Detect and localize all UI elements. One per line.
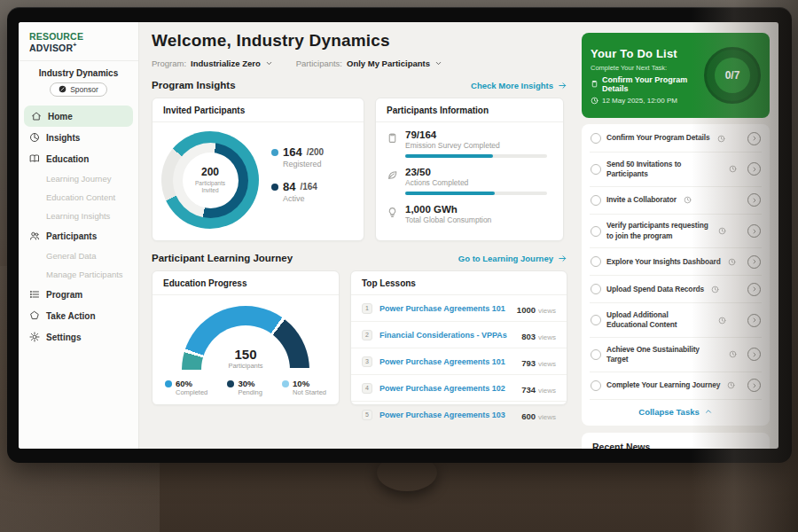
lesson-link[interactable]: Power Purchase Agreements 101	[379, 304, 510, 313]
users-icon	[29, 231, 40, 241]
todo-due-date: 12 May 2025, 12:00 PM	[602, 97, 677, 105]
task-row-send-invitations[interactable]: Send 50 Invitations to Participants	[590, 153, 762, 187]
task-go-button[interactable]	[747, 162, 761, 176]
sidebar-item-take-action[interactable]: Take Action	[19, 305, 138, 326]
clock-icon	[718, 227, 726, 235]
task-row-upload-educational-content[interactable]: Upload Additional Educational Content	[590, 303, 762, 338]
lesson-link[interactable]: Financial Considerations - VPPAs	[379, 331, 514, 340]
chevron-down-icon	[265, 59, 273, 67]
education-gauge-chart: 150 Participants	[182, 306, 309, 370]
clock-icon	[711, 286, 719, 293]
lesson-link[interactable]: Power Purchase Agreements 102	[379, 384, 514, 393]
sidebar-item-home[interactable]: Home	[24, 106, 133, 127]
sidebar-nav: Home Insights Education Learning Journey…	[19, 106, 138, 348]
task-checkbox[interactable]	[591, 349, 601, 360]
lesson-views: 803	[521, 332, 536, 341]
recent-news-title: Recent News	[592, 442, 759, 449]
lesson-rank: 2	[362, 330, 372, 340]
gear-icon	[29, 332, 40, 342]
card-title: Invited Participants	[153, 98, 364, 122]
learning-cards-row: Education Progress 150 Participants 60% …	[152, 270, 567, 405]
task-row-complete-learning-journey[interactable]: Complete Your Learning Journey	[590, 372, 762, 400]
sidebar-item-general-data[interactable]: General Data	[19, 246, 138, 265]
top-lessons-card: Top Lessons 1 Power Purchase Agreements …	[350, 270, 567, 405]
lesson-rank: 4	[362, 383, 372, 394]
org-name: Industry Dynamics	[22, 68, 135, 78]
check-more-insights-link[interactable]: Check More Insights	[471, 81, 567, 90]
actions-value: 23/50	[405, 167, 547, 177]
task-go-button[interactable]	[747, 193, 761, 207]
participants-filter-label: Participants:	[296, 59, 342, 68]
collapse-tasks-link[interactable]: Collapse Tasks	[590, 400, 762, 425]
task-go-button[interactable]	[747, 314, 761, 327]
filters-row: Program: Industrialize Zero Participants…	[152, 59, 567, 68]
lesson-views-label: views	[538, 307, 556, 315]
program-filter[interactable]: Program: Industrialize Zero	[152, 59, 273, 68]
lesson-link[interactable]: Power Purchase Agreements 103	[379, 411, 514, 419]
sidebar-item-education-content[interactable]: Education Content	[19, 188, 138, 207]
task-row-confirm-program[interactable]: Confirm Your Program Details	[590, 125, 762, 153]
sidebar-item-manage-participants[interactable]: Manage Participants	[19, 265, 138, 284]
arrow-right-icon	[558, 81, 567, 90]
sidebar-item-participants[interactable]: Participants	[19, 225, 138, 246]
lesson-row: 2 Financial Considerations - VPPAs 803vi…	[351, 322, 567, 348]
card-title: Top Lessons	[351, 271, 567, 295]
sidebar-item-insights[interactable]: Insights	[19, 127, 138, 148]
active-num: 84	[283, 180, 295, 193]
todo-subtitle: Complete Your Next Task:	[591, 64, 704, 72]
task-go-button[interactable]	[747, 224, 761, 238]
education-legend: 60% Completed 30% Pending 10% Not Starte…	[153, 370, 339, 396]
participants-filter[interactable]: Participants: Only My Participants	[296, 59, 442, 68]
sidebar-item-learning-journey[interactable]: Learning Journey	[19, 169, 138, 188]
task-row-verify-participants[interactable]: Verify participants requesting to join t…	[590, 215, 762, 249]
task-row-achieve-target[interactable]: Achieve One Sustainability Target	[590, 338, 762, 372]
task-checkbox[interactable]	[591, 380, 601, 391]
clock-icon	[718, 317, 726, 325]
task-go-button[interactable]	[747, 132, 761, 145]
info-row-consumption: 1,000 GWh Total Global Consumption	[376, 197, 563, 226]
task-checkbox[interactable]	[591, 133, 601, 144]
logo-plus: +	[73, 42, 76, 48]
completed-label: Completed	[176, 388, 207, 396]
task-checkbox[interactable]	[591, 315, 601, 325]
task-go-button[interactable]	[747, 283, 761, 296]
task-checkbox[interactable]	[591, 195, 601, 206]
todo-progress-ring: 0/7	[704, 47, 761, 104]
task-checkbox[interactable]	[591, 226, 601, 237]
task-go-button[interactable]	[747, 348, 761, 361]
sidebar-item-learning-insights[interactable]: Learning Insights	[19, 207, 138, 225]
not-started-bullet	[282, 380, 289, 387]
list-icon	[29, 289, 40, 300]
legend-completed: 60% Completed	[165, 379, 207, 396]
bulb-icon	[387, 207, 398, 218]
clock-icon	[727, 381, 735, 389]
task-go-button[interactable]	[747, 255, 761, 269]
book-icon	[29, 153, 40, 164]
lesson-row: 4 Power Purchase Agreements 102 734views	[351, 375, 567, 402]
lesson-link[interactable]: Power Purchase Agreements 101	[379, 357, 514, 366]
task-row-invite-collaborator[interactable]: Invite a Collaborator	[590, 187, 762, 215]
clock-icon	[717, 135, 725, 143]
gauge-label: Participants	[182, 362, 309, 370]
task-checkbox[interactable]	[591, 164, 601, 175]
sidebar-item-settings[interactable]: Settings	[19, 326, 138, 348]
task-checkbox[interactable]	[591, 284, 601, 294]
invited-donut-body: 200 Participants Invited 164/200 Registe…	[153, 122, 364, 238]
chevron-down-icon	[434, 59, 442, 67]
task-go-button[interactable]	[747, 379, 761, 392]
task-checkbox[interactable]	[591, 256, 601, 267]
task-label: Invite a Collaborator	[606, 195, 677, 205]
chevron-right-icon	[751, 135, 758, 142]
sidebar-item-education[interactable]: Education	[19, 148, 138, 169]
task-row-upload-spend-data[interactable]: Upload Spend Data Records	[590, 276, 762, 303]
go-to-learning-journey-link[interactable]: Go to Learning Journey	[458, 254, 567, 263]
todo-task-list: Confirm Your Program Details Send 50 Inv…	[582, 124, 770, 426]
sidebar-item-program[interactable]: Program	[19, 284, 138, 305]
task-row-explore-insights[interactable]: Explore Your Insights Dashboard	[590, 248, 762, 276]
chevron-right-icon	[751, 382, 758, 389]
pie-chart-icon	[29, 132, 40, 143]
legend-registered: 164/200 Registered	[271, 145, 324, 168]
clock-icon	[591, 97, 598, 105]
page-title: Welcome, Industry Dynamics	[152, 31, 567, 51]
sponsor-label: Sponsor	[70, 85, 98, 94]
